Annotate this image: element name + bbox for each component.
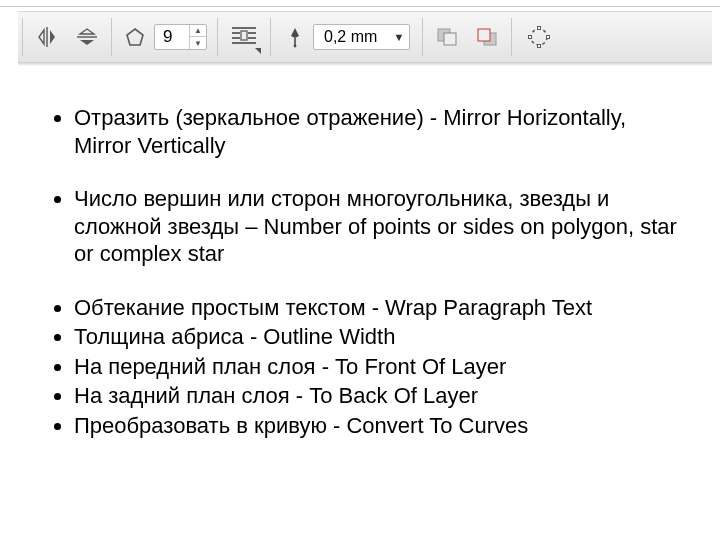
separator — [111, 18, 112, 56]
svg-rect-6 — [232, 37, 240, 39]
list-item: Число вершин или сторон многоугольника, … — [74, 185, 680, 268]
svg-rect-7 — [248, 37, 256, 39]
content: Отразить (зеркальное отражение) - Mirror… — [0, 66, 720, 439]
flyout-indicator — [255, 48, 261, 54]
svg-rect-9 — [241, 31, 247, 40]
separator — [270, 18, 271, 56]
svg-rect-17 — [538, 45, 541, 48]
svg-rect-5 — [248, 32, 256, 34]
svg-rect-18 — [529, 36, 532, 39]
outline-pen-icon — [285, 26, 305, 48]
svg-point-15 — [531, 29, 547, 45]
to-front-of-layer-button[interactable] — [427, 26, 467, 48]
polygon-sides-value: 9 — [155, 25, 189, 49]
slide: 9 ▲ ▼ — [0, 6, 720, 540]
svg-point-10 — [294, 45, 297, 48]
svg-rect-8 — [232, 42, 256, 44]
svg-rect-14 — [478, 29, 490, 41]
outline-width-group: 0,2 mm ▼ — [275, 12, 418, 62]
outline-width-value: 0,2 mm — [314, 25, 387, 49]
convert-to-curves-icon — [527, 25, 551, 49]
arrange-group — [427, 12, 507, 62]
list-item: Преобразовать в кривую - Convert To Curv… — [74, 412, 680, 440]
convert-to-curves-button[interactable] — [516, 12, 562, 62]
list-item: На задний план слоя - To Back Of Layer — [74, 382, 680, 410]
polygon-sides-input[interactable]: 9 ▲ ▼ — [154, 24, 207, 50]
list-item: Обтекание простым текстом - Wrap Paragra… — [74, 294, 680, 322]
mirror-horizontal-icon — [36, 26, 58, 48]
wrap-text-icon — [231, 24, 257, 50]
svg-rect-12 — [444, 33, 456, 45]
list-item: На передний план слоя - To Front Of Laye… — [74, 353, 680, 381]
property-bar: 9 ▲ ▼ — [18, 11, 712, 63]
svg-rect-3 — [232, 27, 256, 29]
dropdown-arrow[interactable]: ▼ — [387, 31, 409, 43]
polygon-sides-group: 9 ▲ ▼ — [116, 12, 213, 62]
separator — [511, 18, 512, 56]
polygon-icon — [125, 27, 145, 47]
separator — [217, 18, 218, 56]
divider-top — [0, 6, 720, 7]
spinner: ▲ ▼ — [189, 25, 206, 49]
separator — [22, 18, 23, 56]
separator — [422, 18, 423, 56]
svg-rect-19 — [547, 36, 550, 39]
toolbar-wrap: 9 ▲ ▼ — [18, 11, 712, 63]
outline-width-input[interactable]: 0,2 mm ▼ — [313, 24, 410, 50]
svg-rect-4 — [232, 32, 240, 34]
list-item: Толщина абриса - Outline Width — [74, 323, 680, 351]
list-item: Отразить (зеркальное отражение) - Mirror… — [74, 104, 680, 159]
spin-down[interactable]: ▼ — [190, 37, 206, 49]
mirror-horizontal-button[interactable] — [27, 12, 67, 62]
svg-rect-16 — [538, 27, 541, 30]
svg-rect-1 — [77, 36, 97, 38]
wrap-text-button[interactable] — [222, 12, 266, 62]
spin-up[interactable]: ▲ — [190, 25, 206, 37]
mirror-vertical-icon — [76, 26, 98, 48]
to-back-of-layer-icon — [475, 26, 499, 48]
to-back-of-layer-button[interactable] — [467, 26, 507, 48]
svg-marker-2 — [127, 29, 143, 45]
svg-rect-0 — [46, 27, 48, 47]
mirror-vertical-button[interactable] — [67, 12, 107, 62]
to-front-of-layer-icon — [435, 26, 459, 48]
bullet-list: Отразить (зеркальное отражение) - Mirror… — [28, 104, 680, 439]
